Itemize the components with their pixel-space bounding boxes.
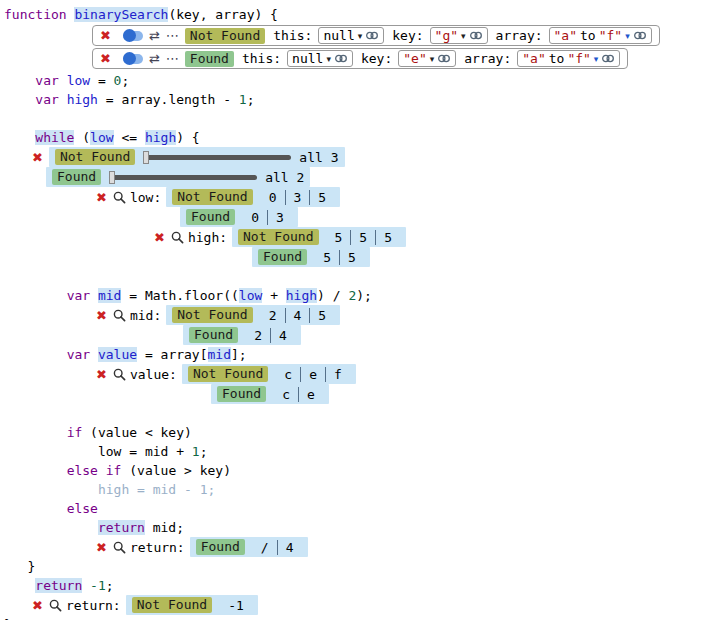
code-token: if [106,463,122,478]
probe-value-cell: 5 [350,230,375,245]
code-token [4,425,67,440]
value-dropdown[interactable]: "e"▾ [398,50,456,67]
code-token: ) / [317,288,348,303]
code-token-highlighted[interactable]: low [90,130,113,145]
value-dropdown[interactable]: "g"▾ [430,27,488,44]
magnifier-icon[interactable] [49,599,62,612]
toggle-switch[interactable] [123,54,143,64]
code-line: var value = array[mid]; [4,345,712,364]
link-icon[interactable] [437,54,451,63]
probe-strip: Not Found035 [166,187,340,207]
code-token: low = mid + [4,444,192,459]
dropdown-value: "f" [599,28,622,43]
code-line: while (low <= high) { [4,128,712,147]
slider-track[interactable] [143,155,291,160]
code-token-highlighted[interactable]: high [145,130,176,145]
close-icon[interactable]: ✖ [100,29,111,42]
close-icon[interactable]: ✖ [96,309,107,322]
code-token-highlighted[interactable]: high [286,288,317,303]
magnifier-icon[interactable] [113,368,126,381]
probe-label: high: [188,230,227,245]
probe-value-cell: -1 [220,598,252,613]
probe-strip: Not Found245 [166,305,340,325]
status-badge[interactable]: Found [258,249,307,265]
link-icon[interactable] [633,31,647,40]
link-icon[interactable] [601,54,615,63]
code-token: ( [74,130,90,145]
link-icon[interactable] [469,31,483,40]
slider-handle[interactable] [109,171,115,184]
close-icon[interactable]: ✖ [96,368,107,381]
status-badge[interactable]: Not Found [55,149,135,165]
status-badge[interactable]: Not Found [172,189,252,205]
code-token-highlighted[interactable]: mid [98,288,121,303]
swap-icon[interactable]: ⇄ [149,52,160,65]
status-badge[interactable]: Not Found [132,597,212,613]
status-badge[interactable]: Found [189,327,238,343]
ellipsis-icon[interactable]: ⋯ [166,29,179,42]
code-token [4,288,67,303]
code-token-highlighted[interactable]: return [98,520,145,535]
slider-handle[interactable] [143,151,149,164]
status-badge[interactable]: Not Found [238,229,318,245]
toggle-switch[interactable] [123,31,143,41]
value-dropdown[interactable]: "a" to "f"▾ [549,27,652,44]
close-icon[interactable]: ✖ [96,541,107,554]
value-dropdown[interactable]: "a" to "f"▾ [517,50,620,67]
close-icon[interactable]: ✖ [100,52,111,65]
probe-value-cell: c [276,367,300,382]
code-line [4,109,712,128]
probe-row: ✖return:Not Found-1 [32,595,712,615]
code-token [4,347,67,362]
code-token-highlighted[interactable]: value [98,347,137,362]
code-token: + [262,288,285,303]
status-badge[interactable]: Found [217,386,266,402]
close-icon[interactable]: ✖ [32,599,43,612]
probe-value-cell: f [325,367,350,382]
status-badge[interactable]: Found [196,539,245,555]
code-token-highlighted[interactable]: low [239,288,262,303]
link-icon[interactable] [365,31,379,40]
magnifier-icon[interactable] [171,231,184,244]
probe-values: 55 [315,250,364,265]
status-badge[interactable]: Found [52,169,101,185]
code-token: high [67,92,98,107]
value-dropdown[interactable]: null▾ [287,50,353,67]
dropdown-arrow-icon: ▾ [594,54,599,64]
status-badge[interactable]: Found [185,51,234,67]
magnifier-icon[interactable] [113,309,126,322]
status-badge[interactable]: Found [186,209,235,225]
magnifier-icon[interactable] [113,191,126,204]
swap-icon[interactable]: ⇄ [149,29,160,42]
probe-label: return: [66,598,121,613]
ellipsis-icon[interactable]: ⋯ [166,52,179,65]
code-token [82,578,90,593]
code-token: (value < key) [82,425,192,440]
call-widget-row: ✖⇄⋯Not Foundthis:null▾key:"g"▾array:"a" … [92,25,712,47]
magnifier-icon[interactable] [113,541,126,554]
link-icon[interactable] [334,54,348,63]
code-token-highlighted[interactable]: while [35,130,74,145]
code-line [4,267,712,286]
code-token-highlighted[interactable]: mid [208,347,231,362]
code-token: mid; [145,520,184,535]
code-token: 1 [192,444,200,459]
probe-value-cell: 4 [277,540,302,555]
status-badge[interactable]: Not Found [172,307,252,323]
probe-value-cell: 0 [243,210,267,225]
code-token: var [35,92,58,107]
probe-value-cell: e [298,387,323,402]
close-icon[interactable]: ✖ [154,231,165,244]
probe-row: Foundce [211,384,712,404]
close-icon[interactable]: ✖ [96,191,107,204]
status-badge[interactable]: Not Found [188,366,268,382]
code-token-highlighted[interactable]: return [35,578,82,593]
status-badge[interactable]: Not Found [185,28,265,44]
code-token-highlighted[interactable]: binarySearch [74,7,168,22]
code-line: var high = array.length - 1; [4,90,712,109]
probe-row: ✖return:Found/4 [96,537,712,557]
value-dropdown[interactable]: null▾ [318,27,384,44]
slider-track[interactable] [109,175,257,180]
close-icon[interactable]: ✖ [32,151,43,164]
code-token: else [67,501,98,516]
